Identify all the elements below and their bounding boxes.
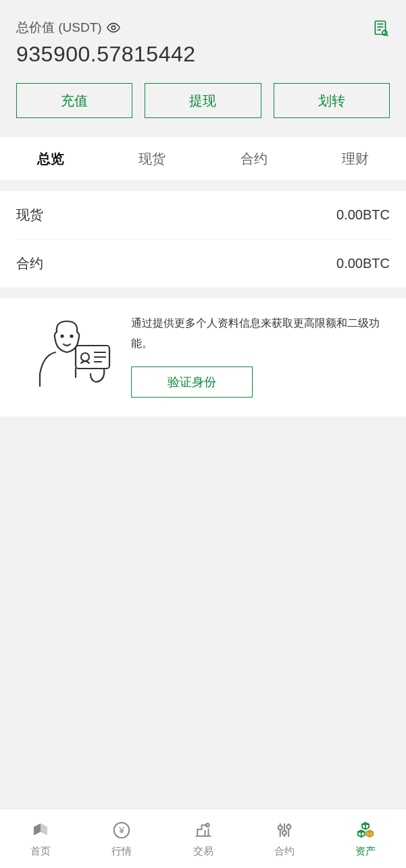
eye-icon[interactable] xyxy=(106,20,121,35)
svg-text:¥: ¥ xyxy=(118,825,124,836)
assets-icon xyxy=(355,820,376,842)
asset-tabs-card: 总览 现货 合约 理财 xyxy=(0,137,406,180)
tabbar-market[interactable]: ¥ 行情 xyxy=(81,809,162,868)
svg-point-23 xyxy=(286,824,290,828)
tabbar-label: 合约 xyxy=(274,845,295,858)
kyc-text: 通过提供更多个人资料信息来获取更高限额和二级功能。 xyxy=(131,313,390,354)
bottom-tabbar: 首页 ¥ 行情 交易 xyxy=(0,809,406,868)
asset-value: 0.00BTC xyxy=(336,256,390,271)
tabbar-label: 行情 xyxy=(111,845,132,858)
asset-list-card: 现货 0.00BTC 合约 0.00BTC xyxy=(0,191,406,288)
tab-overview[interactable]: 总览 xyxy=(0,150,101,168)
asset-label: 合约 xyxy=(16,254,43,273)
tabbar-assets[interactable]: 资产 xyxy=(325,809,406,868)
tabbar-label: 资产 xyxy=(355,845,376,858)
kyc-card: 通过提供更多个人资料信息来获取更高限额和二级功能。 验证身份 xyxy=(0,298,406,416)
tab-earn[interactable]: 理财 xyxy=(305,150,406,168)
svg-line-5 xyxy=(386,34,388,36)
tabbar-home[interactable]: 首页 xyxy=(0,809,81,868)
svg-point-7 xyxy=(61,335,64,337)
tabbar-futures[interactable]: 合约 xyxy=(244,809,325,868)
withdraw-button[interactable]: 提现 xyxy=(145,83,261,118)
asset-row-spot[interactable]: 现货 0.00BTC xyxy=(0,191,406,239)
svg-point-19 xyxy=(278,825,282,830)
kyc-illustration xyxy=(16,313,118,390)
verify-identity-button[interactable]: 验证身份 xyxy=(131,367,253,398)
total-value: 935900.57815442 xyxy=(16,42,390,67)
tabbar-label: 首页 xyxy=(30,845,51,858)
svg-point-8 xyxy=(71,335,73,337)
tabbar-label: 交易 xyxy=(193,845,213,858)
action-buttons: 充值 提现 划转 xyxy=(0,83,406,137)
tabbar-trade[interactable]: 交易 xyxy=(162,809,243,868)
trade-icon xyxy=(193,820,213,842)
tab-futures[interactable]: 合约 xyxy=(203,150,305,168)
tab-spot[interactable]: 现货 xyxy=(101,150,203,168)
futures-icon xyxy=(274,820,295,842)
asset-value: 0.00BTC xyxy=(336,207,390,223)
asset-label: 现货 xyxy=(16,206,43,224)
assets-header: 总价值 (USDT) 935900.57815442 xyxy=(0,0,406,83)
market-icon: ¥ xyxy=(111,820,132,842)
asset-row-futures[interactable]: 合约 0.00BTC xyxy=(16,240,390,288)
total-value-label: 总价值 (USDT) xyxy=(16,19,102,36)
home-icon xyxy=(30,820,51,842)
svg-point-21 xyxy=(282,830,286,834)
deposit-button[interactable]: 充值 xyxy=(16,83,132,118)
svg-rect-0 xyxy=(375,21,385,34)
transfer-button[interactable]: 划转 xyxy=(274,83,390,118)
spacer xyxy=(0,416,406,809)
statement-icon[interactable] xyxy=(372,19,390,39)
svg-point-6 xyxy=(111,26,116,30)
